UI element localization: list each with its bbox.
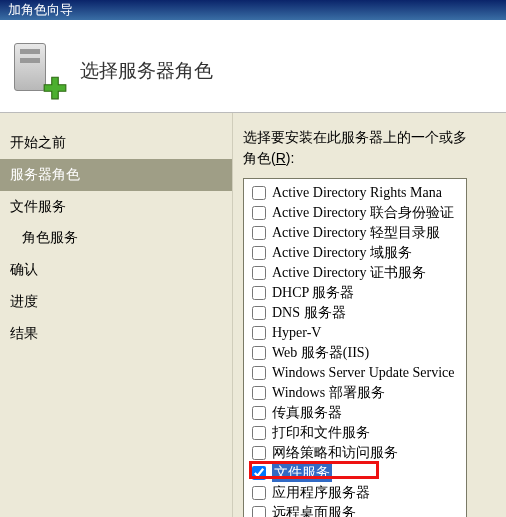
role-item[interactable]: 网络策略和访问服务 [244, 443, 466, 463]
role-item[interactable]: Web 服务器(IIS) [244, 343, 466, 363]
role-checkbox[interactable] [252, 366, 266, 380]
role-checkbox[interactable] [252, 406, 266, 420]
sidebar-step[interactable]: 文件服务 [0, 191, 232, 223]
role-checkbox[interactable] [252, 466, 266, 480]
role-item[interactable]: Windows 部署服务 [244, 383, 466, 403]
sidebar-step-label: 服务器角色 [10, 166, 80, 182]
sidebar-step[interactable]: 进度 [0, 286, 232, 318]
role-selection-panel: 选择要安装在此服务器上的一个或多 角色(R): Active Directory… [233, 113, 506, 517]
window-titlebar: 加角色向导 [0, 0, 506, 20]
sidebar-step[interactable]: 角色服务 [0, 222, 232, 254]
sidebar-step[interactable]: 确认 [0, 254, 232, 286]
sidebar-step[interactable]: 服务器角色 [0, 159, 232, 191]
page-title: 选择服务器角色 [80, 58, 213, 84]
role-item[interactable]: 文件服务 [244, 463, 466, 483]
role-item[interactable]: DHCP 服务器 [244, 283, 466, 303]
role-label: DNS 服务器 [272, 304, 346, 322]
role-item[interactable]: 传真服务器 [244, 403, 466, 423]
role-checkbox[interactable] [252, 426, 266, 440]
instruction-text: 选择要安装在此服务器上的一个或多 [243, 127, 506, 148]
roles-label: 角色(R): [243, 150, 506, 168]
role-item[interactable]: Active Directory 域服务 [244, 243, 466, 263]
wizard-body: 开始之前服务器角色文件服务角色服务确认进度结果 选择要安装在此服务器上的一个或多… [0, 112, 506, 517]
role-checkbox[interactable] [252, 286, 266, 300]
role-checkbox[interactable] [252, 226, 266, 240]
sidebar-step-label: 结果 [10, 325, 38, 341]
role-label: 网络策略和访问服务 [272, 444, 398, 462]
role-label: Active Directory 联合身份验证 [272, 204, 454, 222]
role-label: Active Directory 轻型目录服 [272, 224, 440, 242]
role-checkbox[interactable] [252, 246, 266, 260]
role-label: 打印和文件服务 [272, 424, 370, 442]
role-item[interactable]: Hyper-V [244, 323, 466, 343]
role-label: 传真服务器 [272, 404, 342, 422]
sidebar-step-label: 进度 [10, 293, 38, 309]
role-label: 文件服务 [272, 464, 332, 482]
role-checkbox[interactable] [252, 306, 266, 320]
sidebar-step-label: 开始之前 [10, 134, 66, 150]
role-checkbox[interactable] [252, 386, 266, 400]
role-label: 远程桌面服务 [272, 504, 356, 517]
role-checkbox[interactable] [252, 206, 266, 220]
window-title: 加角色向导 [8, 2, 73, 17]
sidebar-step-label: 角色服务 [22, 229, 78, 245]
role-item[interactable]: Active Directory Rights Mana [244, 183, 466, 203]
role-checkbox[interactable] [252, 266, 266, 280]
role-item[interactable]: Active Directory 轻型目录服 [244, 223, 466, 243]
sidebar-step-label: 文件服务 [10, 198, 66, 214]
role-checkbox[interactable] [252, 486, 266, 500]
role-checkbox[interactable] [252, 326, 266, 340]
role-checkbox[interactable] [252, 186, 266, 200]
sidebar-step[interactable]: 结果 [0, 318, 232, 350]
wizard-steps-sidebar: 开始之前服务器角色文件服务角色服务确认进度结果 [0, 113, 233, 517]
role-item[interactable]: 远程桌面服务 [244, 503, 466, 517]
sidebar-step[interactable]: 开始之前 [0, 127, 232, 159]
role-label: 应用程序服务器 [272, 484, 370, 502]
role-label: Active Directory 证书服务 [272, 264, 426, 282]
role-checkbox[interactable] [252, 346, 266, 360]
role-label: Active Directory 域服务 [272, 244, 412, 262]
role-checkbox[interactable] [252, 446, 266, 460]
role-item[interactable]: Windows Server Update Service [244, 363, 466, 383]
role-item[interactable]: 应用程序服务器 [244, 483, 466, 503]
server-add-icon [14, 43, 62, 99]
role-label: Active Directory Rights Mana [272, 185, 442, 201]
role-item[interactable]: 打印和文件服务 [244, 423, 466, 443]
role-item[interactable]: Active Directory 联合身份验证 [244, 203, 466, 223]
role-label: Windows Server Update Service [272, 365, 455, 381]
role-label: Hyper-V [272, 325, 321, 341]
role-label: Windows 部署服务 [272, 384, 385, 402]
sidebar-step-label: 确认 [10, 261, 38, 277]
roles-listbox[interactable]: Active Directory Rights ManaActive Direc… [243, 178, 467, 517]
role-checkbox[interactable] [252, 506, 266, 517]
role-item[interactable]: DNS 服务器 [244, 303, 466, 323]
role-item[interactable]: Active Directory 证书服务 [244, 263, 466, 283]
wizard-header: 选择服务器角色 [0, 20, 506, 112]
role-label: Web 服务器(IIS) [272, 344, 369, 362]
role-label: DHCP 服务器 [272, 284, 354, 302]
